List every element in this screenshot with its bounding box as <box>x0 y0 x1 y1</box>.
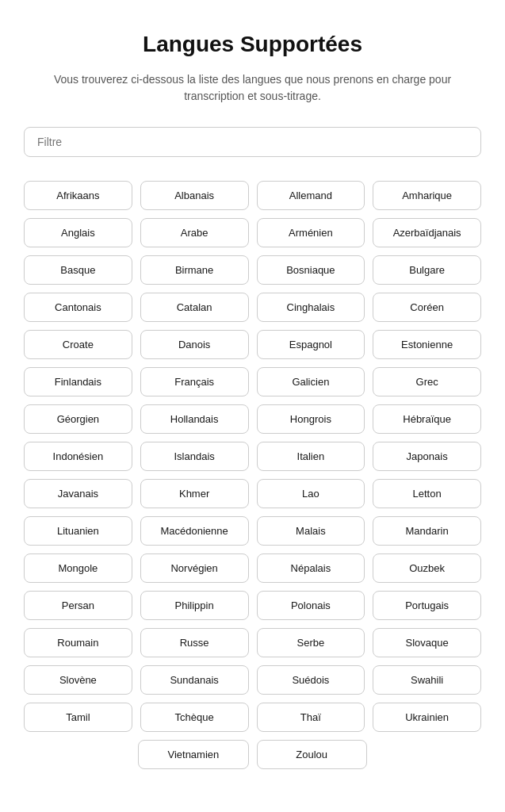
language-tag: Philippin <box>140 591 249 620</box>
languages-grid: AfrikaansAlbanaisAllemandAmhariqueAnglai… <box>24 181 481 769</box>
language-tag: Arménien <box>257 218 365 247</box>
language-tag: Vietnamien <box>138 740 248 769</box>
filter-input[interactable] <box>24 127 481 157</box>
language-tag: Albanais <box>140 181 249 210</box>
language-tag: Français <box>140 367 249 396</box>
language-tag: Estonienne <box>373 330 481 359</box>
last-row-wrapper: VietnamienZoulou <box>24 740 481 769</box>
language-tag: Anglais <box>24 218 132 247</box>
language-tag: Finlandais <box>24 367 132 396</box>
language-tag: Roumain <box>24 628 132 657</box>
language-tag: Azerbaïdjanais <box>373 218 481 247</box>
language-tag: Indonésien <box>24 442 132 471</box>
page-subtitle: Vous trouverez ci-dessous la liste des l… <box>24 71 481 105</box>
language-tag: Galicien <box>257 367 365 396</box>
language-tag: Tchèque <box>140 703 249 732</box>
language-tag: Lao <box>257 479 365 508</box>
language-tag: Islandais <box>140 442 249 471</box>
language-tag: Coréen <box>373 293 481 322</box>
language-tag: Norvégien <box>140 553 249 583</box>
language-tag: Afrikaans <box>24 181 132 210</box>
language-tag: Danois <box>140 330 249 359</box>
language-tag: Bulgare <box>373 255 481 285</box>
language-tag: Hongrois <box>257 404 365 434</box>
language-tag: Grec <box>373 367 481 396</box>
language-tag: Zoulou <box>257 740 367 769</box>
language-tag: Birmane <box>140 255 249 285</box>
language-tag: Basque <box>24 255 132 285</box>
language-tag: Malais <box>257 516 365 546</box>
language-tag: Slovaque <box>373 628 481 657</box>
language-tag: Ouzbek <box>373 553 481 583</box>
language-tag: Hébraïque <box>373 404 481 434</box>
language-tag: Tamil <box>24 703 132 732</box>
language-tag: Sundanais <box>140 665 249 695</box>
language-tag: Thaï <box>257 703 365 732</box>
filter-container <box>24 127 481 157</box>
language-tag: Amharique <box>373 181 481 210</box>
page-title: Langues Supportées <box>24 32 481 57</box>
language-tag: Géorgien <box>24 404 132 434</box>
language-tag: Allemand <box>257 181 365 210</box>
language-tag: Slovène <box>24 665 132 695</box>
language-tag: Hollandais <box>140 404 249 434</box>
language-tag: Espagnol <box>257 330 365 359</box>
language-tag: Khmer <box>140 479 249 508</box>
language-tag: Cinghalais <box>257 293 365 322</box>
language-tag: Portugais <box>373 591 481 620</box>
language-tag: Croate <box>24 330 132 359</box>
language-tag: Bosniaque <box>257 255 365 285</box>
language-tag: Mandarin <box>373 516 481 546</box>
language-tag: Arabe <box>140 218 249 247</box>
language-tag: Cantonais <box>24 293 132 322</box>
language-tag: Polonais <box>257 591 365 620</box>
language-tag: Suédois <box>257 665 365 695</box>
language-tag: Ukrainien <box>373 703 481 732</box>
language-tag: Persan <box>24 591 132 620</box>
language-tag: Catalan <box>140 293 249 322</box>
language-tag: Mongole <box>24 553 132 583</box>
language-tag: Japonais <box>373 442 481 471</box>
language-tag: Macédonienne <box>140 516 249 546</box>
language-tag: Swahili <box>373 665 481 695</box>
language-tag: Javanais <box>24 479 132 508</box>
language-tag: Italien <box>257 442 365 471</box>
language-tag: Russe <box>140 628 249 657</box>
language-tag: Serbe <box>257 628 365 657</box>
language-tag: Népalais <box>257 553 365 583</box>
language-tag: Letton <box>373 479 481 508</box>
language-tag: Lituanien <box>24 516 132 546</box>
